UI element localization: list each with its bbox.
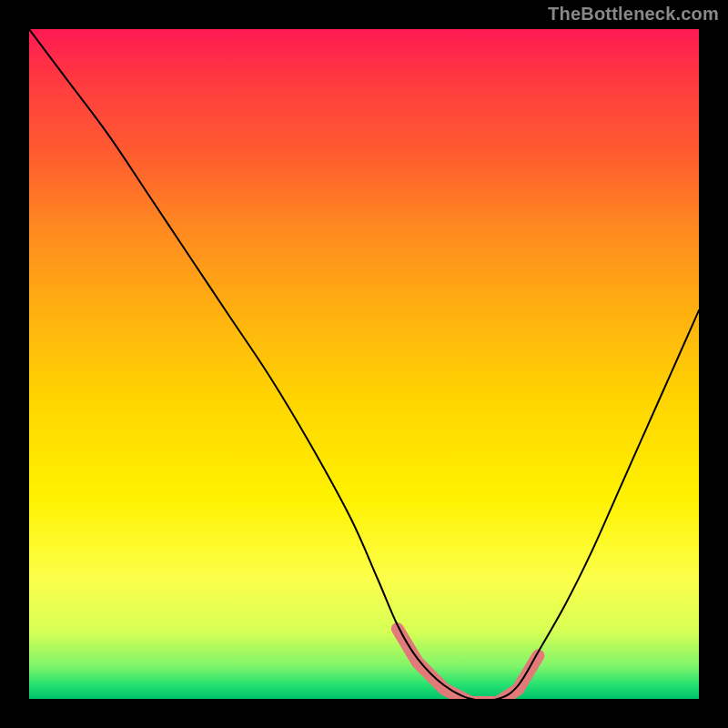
plot-area [29, 29, 699, 699]
chart-svg [29, 29, 699, 699]
highlight-band [398, 629, 539, 699]
bottleneck-curve [29, 29, 699, 699]
chart-frame: TheBottleneck.com [0, 0, 728, 728]
watermark-text: TheBottleneck.com [548, 4, 719, 25]
